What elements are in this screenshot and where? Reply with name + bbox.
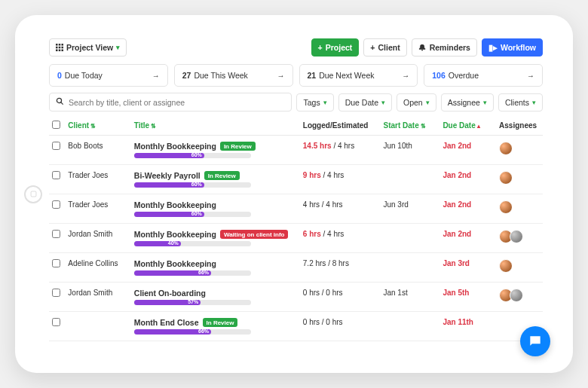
- col-title[interactable]: Title⇅: [131, 116, 300, 136]
- progress-bar: 60%: [134, 153, 251, 158]
- chevron-down-icon: ▾: [323, 99, 327, 106]
- due-date-cell: Jan 2nd: [439, 224, 496, 253]
- logged-cell: 14.5 hrs / 4 hrs: [300, 136, 381, 165]
- table-row: Jordan Smith Monthly BookkeepingWaiting …: [49, 224, 543, 253]
- summary-label: Due This Week: [194, 71, 247, 80]
- avatar[interactable]: [510, 230, 523, 243]
- progress-label: 66%: [198, 270, 209, 275]
- svg-rect-9: [62, 50, 64, 52]
- search-input[interactable]: [69, 98, 285, 107]
- client-cell: Bob Boots: [65, 136, 130, 165]
- row-checkbox[interactable]: [52, 259, 60, 267]
- svg-rect-3: [62, 44, 64, 46]
- chat-icon: [528, 334, 543, 349]
- status-badge: In Review: [203, 318, 238, 327]
- arrow-right-icon: →: [277, 72, 285, 80]
- task-title[interactable]: Monthly Bookkeeping: [134, 259, 216, 268]
- avatar[interactable]: [510, 289, 523, 302]
- progress-bar: 66%: [134, 270, 251, 276]
- summary-count: 106: [432, 71, 446, 80]
- avatar[interactable]: [499, 259, 513, 273]
- col-start[interactable]: Start Date⇅: [380, 116, 439, 136]
- logged-cell: 9 hrs / 4 hrs: [300, 165, 381, 194]
- summary-card[interactable]: 21Due Next Week→: [299, 64, 418, 87]
- svg-rect-7: [56, 50, 58, 52]
- col-due[interactable]: Due Date▴: [439, 116, 496, 136]
- svg-rect-0: [31, 191, 36, 197]
- progress-bar: 60%: [134, 182, 251, 188]
- summary-card[interactable]: 106Overdue→: [424, 64, 543, 87]
- svg-point-10: [57, 98, 61, 102]
- table-row: Trader Joes Bi-Weekly PayrollIn Review 6…: [49, 165, 543, 194]
- assignees-cell: [499, 259, 540, 273]
- reminders-button[interactable]: 🔔︎ Reminders: [412, 38, 477, 57]
- start-date-cell: Jun 10th: [380, 136, 439, 165]
- avatar[interactable]: [499, 200, 513, 214]
- progress-label: 60%: [191, 211, 202, 216]
- chevron-down-icon: ▾: [426, 99, 430, 106]
- svg-rect-1: [56, 44, 58, 46]
- workflow-button[interactable]: ▮▸ Workflow: [482, 38, 543, 57]
- clients-filter[interactable]: Clients▾: [498, 93, 543, 112]
- logged-cell: 0 hrs / 0 hrs: [300, 283, 381, 312]
- client-cell: Trader Joes: [65, 165, 130, 194]
- project-view-dropdown[interactable]: Project View ▾: [49, 38, 127, 57]
- progress-bar: 57%: [134, 300, 251, 305]
- client-cell: Jordan Smith: [65, 224, 130, 253]
- device-home-button: [24, 185, 42, 203]
- due-date-cell: Jan 2nd: [439, 165, 496, 194]
- task-title[interactable]: Month End Close: [134, 318, 199, 327]
- assignees-cell: [499, 200, 540, 214]
- row-checkbox[interactable]: [52, 230, 60, 238]
- row-checkbox[interactable]: [52, 289, 60, 297]
- sort-icon: ⇅: [151, 123, 156, 130]
- client-cell: [65, 312, 130, 341]
- plus-icon: +: [318, 43, 323, 52]
- summary-label: Due Today: [65, 71, 103, 80]
- summary-label: Due Next Week: [319, 71, 374, 80]
- row-checkbox[interactable]: [52, 142, 60, 150]
- task-title[interactable]: Monthly Bookkeeping: [134, 230, 216, 239]
- start-date-cell: [380, 253, 439, 283]
- summary-card[interactable]: 27Due This Week→: [174, 64, 293, 87]
- task-title[interactable]: Bi-Weekly Payroll: [134, 171, 201, 180]
- select-all-checkbox[interactable]: [52, 121, 60, 129]
- table-row: Month End CloseIn Review 66% 0 hrs / 0 h…: [49, 312, 543, 341]
- summary-card[interactable]: 0Due Today→: [49, 64, 168, 87]
- start-date-cell: [380, 224, 439, 253]
- progress-label: 40%: [168, 240, 179, 246]
- assignees-cell: [499, 171, 540, 185]
- task-title[interactable]: Monthly Bookkeeping: [134, 200, 216, 209]
- avatar[interactable]: [499, 171, 513, 185]
- due-date-filter[interactable]: Due Date▾: [338, 93, 392, 112]
- task-title[interactable]: Monthly Bookkeeping: [134, 142, 216, 151]
- open-filter[interactable]: Open▾: [397, 93, 436, 112]
- chat-support-button[interactable]: [520, 326, 550, 356]
- progress-bar: 66%: [134, 329, 251, 335]
- add-client-button[interactable]: + Client: [363, 38, 406, 57]
- assignees-cell: [499, 142, 540, 155]
- due-date-cell: Jan 11th: [439, 312, 496, 341]
- logged-cell: 7.2 hrs / 8 hrs: [300, 253, 381, 283]
- add-project-button[interactable]: + Project: [311, 38, 360, 57]
- due-date-cell: Jan 2nd: [439, 194, 496, 224]
- due-date-cell: Jan 5th: [439, 283, 496, 312]
- avatar[interactable]: [499, 142, 513, 155]
- assignee-filter[interactable]: Assignee▾: [441, 93, 494, 112]
- start-date-cell: Jan 1st: [380, 283, 439, 312]
- summary-label: Overdue: [449, 71, 479, 80]
- table-row: Bob Boots Monthly BookkeepingIn Review 6…: [49, 136, 543, 165]
- search-box[interactable]: [49, 93, 292, 112]
- client-cell: Trader Joes: [65, 194, 130, 224]
- tags-filter[interactable]: Tags▾: [296, 93, 333, 112]
- client-cell: Jordan Smith: [65, 283, 130, 312]
- row-checkbox[interactable]: [52, 171, 60, 179]
- col-client[interactable]: Client⇅: [65, 116, 130, 136]
- progress-label: 60%: [191, 182, 202, 187]
- row-checkbox[interactable]: [52, 200, 60, 209]
- task-title[interactable]: Client On-boarding: [134, 289, 206, 298]
- svg-rect-8: [59, 50, 61, 52]
- row-checkbox[interactable]: [52, 318, 60, 326]
- home-square-icon: [29, 190, 38, 198]
- status-badge: Waiting on client info: [220, 230, 289, 239]
